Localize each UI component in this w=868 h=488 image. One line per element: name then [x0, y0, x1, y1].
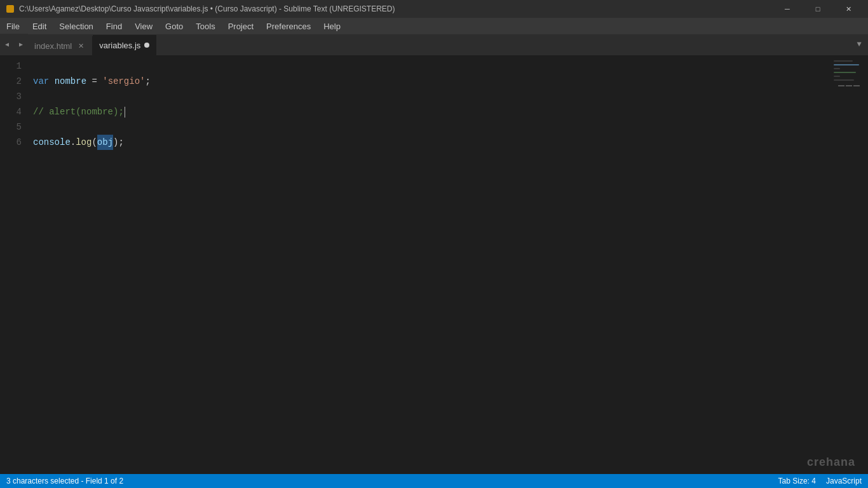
title-bar: C:\Users\Agamez\Desktop\Curso Javascript… [0, 0, 868, 18]
tab-label: variables.js [99, 41, 140, 50]
watermark: crehana [807, 456, 855, 469]
line-num-6: 6 [0, 135, 22, 150]
status-tab-size[interactable]: Tab Size: 4 [778, 477, 816, 485]
tab-index-html[interactable]: index.html ✕ [28, 36, 93, 55]
minimap-content [830, 58, 868, 83]
code-line-3 [33, 89, 830, 104]
menu-find[interactable]: Find [100, 18, 128, 34]
minimap [830, 56, 868, 470]
window-title: C:\Users\Agamez\Desktop\Curso Javascript… [19, 4, 773, 13]
menu-project[interactable]: Project [222, 18, 260, 34]
code-line-5 [33, 119, 830, 135]
line-num-5: 5 [0, 119, 22, 135]
mini-line [834, 64, 859, 65]
status-right: Tab Size: 4 JavaScript [778, 477, 862, 485]
menu-file[interactable]: File [0, 18, 26, 34]
tab-bar: ◀ ▶ index.html ✕ variables.js ▼ [0, 34, 868, 56]
menu-help[interactable]: Help [317, 18, 347, 34]
status-selection: 3 characters selected - Field 1 of 2 [6, 477, 123, 485]
close-button[interactable]: ✕ [834, 0, 863, 18]
tab-dropdown-button[interactable]: ▼ [850, 34, 868, 55]
status-language[interactable]: JavaScript [826, 477, 862, 485]
line-num-1: 1 [0, 58, 22, 74]
maximize-button[interactable]: □ [803, 0, 832, 18]
line-numbers: 1 2 3 4 5 6 [0, 56, 27, 470]
line-num-3: 3 [0, 89, 22, 104]
line-num-4: 4 [0, 104, 22, 119]
tab-close-button[interactable]: ✕ [76, 41, 86, 51]
menu-tools[interactable]: Tools [189, 18, 221, 34]
text-cursor [125, 107, 125, 118]
tab-variables-js[interactable]: variables.js [93, 35, 156, 55]
mini-line [834, 68, 840, 69]
string-sergio: 'sergio' [102, 74, 145, 89]
status-bar: 3 characters selected - Field 1 of 2 Tab… [0, 474, 868, 488]
menu-bar: File Edit Selection Find View Goto Tools… [0, 18, 868, 34]
variable-nombre: nombre [55, 74, 86, 89]
window-controls: ─ □ ✕ [773, 0, 863, 18]
menu-edit[interactable]: Edit [26, 18, 53, 34]
editor: 1 2 3 4 5 6 var nombre = 'sergio' ; // a… [0, 56, 868, 470]
code-area[interactable]: var nombre = 'sergio' ; // alert(nombre)… [27, 56, 830, 470]
menu-preferences[interactable]: Preferences [260, 18, 317, 34]
tab-nav-left[interactable]: ◀ [0, 34, 14, 55]
minimap-icon [838, 85, 860, 86]
line-num-2: 2 [0, 74, 22, 89]
code-line-2: var nombre = 'sergio' ; [33, 74, 830, 89]
mini-line [834, 60, 853, 62]
tab-label: index.html [34, 41, 72, 51]
selected-obj: obj [97, 135, 113, 150]
console-object: console [33, 135, 71, 150]
code-line-6: console . log ( obj ); [33, 135, 830, 150]
minimize-button[interactable]: ─ [773, 0, 802, 18]
mini-line [834, 76, 840, 77]
app-icon [5, 4, 15, 14]
unsaved-dot [144, 43, 149, 48]
mini-line [834, 72, 856, 73]
comment-alert: // alert(nombre); [33, 104, 124, 119]
code-line-1 [33, 58, 830, 74]
menu-goto[interactable]: Goto [159, 18, 189, 34]
mini-line [834, 79, 854, 81]
menu-view[interactable]: View [128, 18, 159, 34]
code-line-4: // alert(nombre); [33, 104, 830, 119]
svg-rect-0 [6, 5, 14, 13]
menu-selection[interactable]: Selection [53, 18, 99, 34]
tab-nav-right[interactable]: ▶ [14, 34, 28, 55]
keyword-var: var [33, 74, 49, 89]
log-function: log [76, 135, 92, 150]
status-left: 3 characters selected - Field 1 of 2 [6, 477, 123, 485]
